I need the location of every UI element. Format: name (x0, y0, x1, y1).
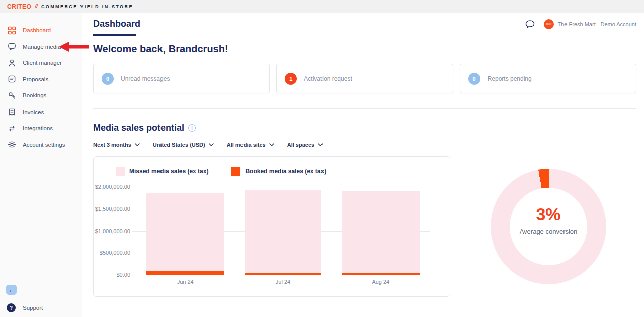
product-name: COMMERCE YIELD IN-STORE (41, 4, 133, 9)
key-icon (8, 91, 16, 100)
section-title: Media sales potential (93, 123, 184, 133)
x-axis-tick-label: Jun 24 (136, 279, 234, 285)
main-header: Dashboard BC The Fresh Mart - Demo Accou… (82, 13, 644, 35)
sidebar-item-bookings[interactable]: Bookings (0, 87, 82, 104)
chevron-down-icon (269, 143, 274, 146)
sidebar-item-account-settings[interactable]: Account settings (0, 137, 82, 153)
chevron-down-icon (209, 143, 214, 146)
bar-stack (245, 190, 322, 275)
gear-icon (8, 140, 16, 149)
avatar: BC (544, 19, 554, 29)
sidebar-item-client-manager[interactable]: Client manager (0, 55, 82, 71)
x-axis-tick-label: Jul 24 (234, 279, 332, 285)
filters-row: Next 3 months United States (USD) All me… (93, 142, 636, 148)
bar-group (136, 187, 234, 275)
stat-card-unread-messages[interactable]: 0 Unread messages (93, 64, 270, 93)
sidebar-item-proposals[interactable]: Proposals (0, 71, 82, 88)
sidebar-item-label: Account settings (23, 142, 65, 148)
media-section-header: Media sales potential i (93, 123, 636, 133)
support-label: Support (23, 305, 43, 311)
bar-chart-card: Missed media sales (ex tax) Booked media… (93, 156, 450, 297)
bar-segment-booked (146, 271, 224, 275)
donut-chart: 3% Average conversion (491, 169, 606, 284)
bar-segment-booked (245, 273, 322, 275)
grid-icon (8, 26, 16, 35)
filter-label: All media sites (227, 142, 266, 148)
stat-label: Unread messages (121, 75, 170, 82)
stat-badge: 0 (102, 73, 114, 85)
sidebar-item-manage-media[interactable]: Manage media (0, 39, 82, 55)
donut-ring: 3% Average conversion (491, 169, 606, 284)
stat-label: Reports pending (488, 75, 532, 82)
receipt-icon (8, 108, 16, 116)
sidebar-item-label: Bookings (23, 92, 46, 98)
sidebar-item-label: Manage media (23, 44, 61, 50)
content: Welcome back, Brandcrush! 0 Unread messa… (82, 35, 644, 297)
sidebar-collapse-button[interactable]: ← (6, 285, 17, 295)
sidebar-item-label: Proposals (23, 76, 48, 82)
stat-badge: 0 (468, 73, 480, 85)
person-icon (8, 59, 16, 67)
donut-hole: 3% Average conversion (510, 188, 587, 265)
sidebar-item-label: Integrations (23, 125, 53, 131)
gridline (132, 275, 430, 275)
chevron-down-icon (318, 143, 323, 146)
stat-badge: 1 (285, 73, 297, 85)
back-arrow-icon: ← (8, 286, 15, 294)
account-menu[interactable]: BC The Fresh Mart - Demo Account (544, 19, 637, 29)
bar-stack (146, 193, 224, 275)
support-button[interactable]: ? Support (7, 303, 43, 312)
arrows-swap-icon (8, 124, 16, 133)
filter-label: United States (USD) (153, 142, 205, 148)
chevron-down-icon (135, 143, 140, 146)
stat-cards-row: 0 Unread messages 1 Activation request 0… (93, 64, 636, 93)
main-area: Dashboard BC The Fresh Mart - Demo Accou… (82, 13, 644, 317)
sidebar-item-integrations[interactable]: Integrations (0, 120, 82, 137)
legend-swatch-orange (231, 167, 240, 176)
bar-segment-booked (342, 273, 420, 275)
bar-plot: $2,000,000.00$1,500,000.00$1,000,000.00$… (136, 187, 430, 275)
y-axis-tick-label: $2,000,000.00 (95, 184, 130, 190)
x-axis-labels: Jun 24Jul 24Aug 24 (136, 279, 430, 285)
legend-swatch-pink (116, 167, 125, 176)
info-icon[interactable]: i (188, 124, 196, 132)
sidebar-item-dashboard[interactable]: Dashboard (0, 22, 82, 39)
sidebar-item-invoices[interactable]: Invoices (0, 104, 82, 121)
y-axis-tick-label: $1,500,000.00 (95, 206, 130, 212)
y-axis-tick-label: $1,000,000.00 (95, 228, 130, 234)
bar-segment-missed (342, 191, 420, 274)
sidebar-item-label: Dashboard (23, 27, 51, 33)
bars (136, 187, 430, 275)
y-axis-tick-label: $0.00 (116, 272, 130, 278)
section-divider (93, 108, 636, 109)
bar-group (332, 187, 430, 275)
chat-bubble-icon[interactable] (525, 20, 535, 29)
legend-label: Missed media sales (ex tax) (129, 168, 208, 175)
sidebar: Dashboard Manage media Client manager Pr… (0, 13, 82, 317)
stat-label: Activation request (304, 75, 352, 82)
account-name: The Fresh Mart - Demo Account (558, 21, 637, 27)
legend-item-booked: Booked media sales (ex tax) (231, 167, 326, 176)
stat-card-reports-pending[interactable]: 0 Reports pending (460, 64, 636, 93)
donut-value: 3% (536, 204, 560, 224)
chart-legend: Missed media sales (ex tax) Booked media… (94, 167, 450, 176)
chat-bubble-icon (8, 42, 16, 51)
legend-item-missed: Missed media sales (ex tax) (116, 167, 208, 176)
app-bar: CRITEO // COMMERCE YIELD IN-STORE (0, 0, 644, 13)
header-right: BC The Fresh Mart - Demo Account (525, 19, 637, 29)
filter-country-currency[interactable]: United States (USD) (153, 142, 214, 148)
legend-label: Booked media sales (ex tax) (245, 168, 326, 175)
filter-date-range[interactable]: Next 3 months (93, 142, 140, 148)
x-axis-tick-label: Aug 24 (332, 279, 430, 285)
stat-card-activation-request[interactable]: 1 Activation request (276, 64, 453, 93)
bar-stack (342, 191, 420, 275)
criteo-logo: CRITEO (7, 3, 31, 10)
plot-wrap: $2,000,000.00$1,500,000.00$1,000,000.00$… (94, 187, 450, 285)
filter-spaces[interactable]: All spaces (287, 142, 323, 148)
bar-segment-missed (245, 190, 322, 273)
donut-sub-label: Average conversion (520, 228, 578, 235)
sidebar-nav: Dashboard Manage media Client manager Pr… (0, 13, 82, 153)
chart-row: Missed media sales (ex tax) Booked media… (93, 156, 636, 297)
filter-media-sites[interactable]: All media sites (227, 142, 274, 148)
active-tab-indicator (93, 34, 136, 36)
